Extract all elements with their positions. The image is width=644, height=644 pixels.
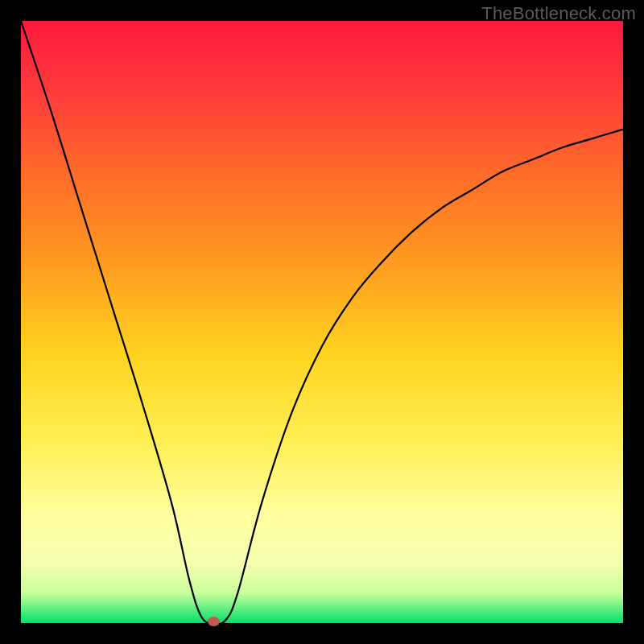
optimal-point-marker xyxy=(208,617,220,626)
chart-plot-area xyxy=(21,21,623,623)
curve-line xyxy=(21,21,623,623)
bottleneck-curve xyxy=(21,21,623,623)
